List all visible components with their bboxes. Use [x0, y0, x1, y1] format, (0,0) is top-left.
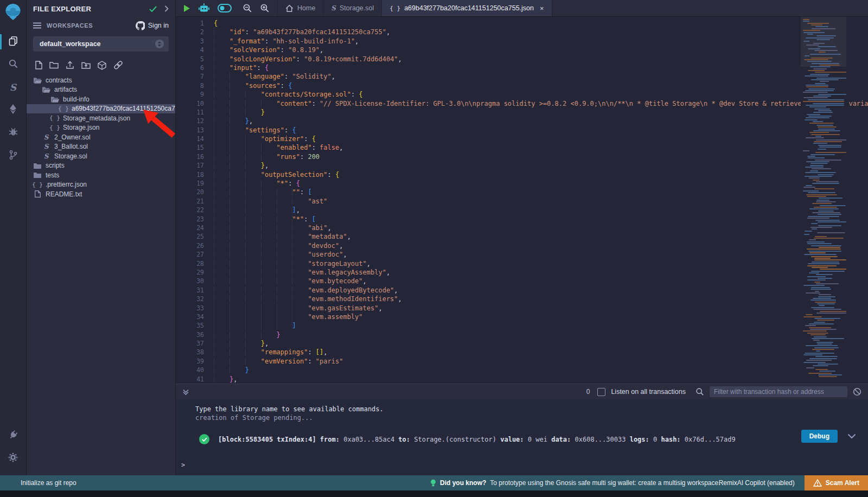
minimap-line: [807, 23, 829, 24]
sidebar-item-search[interactable]: [0, 53, 26, 76]
editor-topbar: HomeSStorage.sol{ }a69b43f277ba20fcac141…: [176, 0, 868, 17]
sidebar-item-debugger[interactable]: [0, 122, 26, 144]
minimap-line: [814, 109, 830, 110]
scam-alert-badge[interactable]: Scam Alert: [805, 475, 868, 490]
link-icon[interactable]: [113, 60, 123, 70]
code-line: 10 "content": "// SPDX-License-Identifie…: [176, 99, 868, 108]
minimap-line: [816, 201, 836, 202]
minimap-line: [805, 231, 812, 232]
terminal[interactable]: Type the library name to see available c…: [176, 399, 868, 475]
line-number: 30: [176, 277, 204, 285]
minimap-line: [807, 241, 825, 243]
sidebar-item-git[interactable]: [0, 144, 26, 167]
code-line: 4 "solcVersion": "0.8.19",: [176, 46, 868, 54]
minimap-line: [818, 126, 837, 128]
file-explorer-toolbar: [27, 54, 175, 74]
tree-item-storage-json[interactable]: { }Storage.json: [27, 123, 175, 133]
zoom-out-icon[interactable]: [242, 3, 252, 13]
ai-copilot-robot-icon[interactable]: [198, 3, 210, 14]
tab-a69b43f277ba20fcac141151250ca755-json[interactable]: { }a69b43f277ba20fcac141151250ca755.json…: [382, 0, 552, 16]
code-editor[interactable]: 1{2 "id": "a69b43f277ba20fcac141151250ca…: [176, 17, 868, 384]
tree-item-artifacts[interactable]: artifacts: [27, 85, 175, 95]
minimap-line: [807, 34, 813, 35]
minimap-line: [818, 110, 832, 111]
tree-item-build-info[interactable]: build-info: [27, 94, 175, 104]
close-icon[interactable]: ×: [540, 4, 544, 12]
tx-count-badge: 0: [586, 388, 590, 396]
tree-item-label: tests: [46, 171, 59, 179]
minimap-line: [817, 303, 835, 304]
remix-logo[interactable]: [3, 3, 23, 23]
sidebar-item-deploy-run[interactable]: [0, 99, 26, 122]
solidity-icon: S: [42, 143, 50, 150]
minimap-line: [807, 279, 826, 281]
listen-checkbox[interactable]: [597, 388, 605, 396]
tree-item-3-ballot-sol[interactable]: S3_Ballot.sol: [27, 142, 175, 152]
tab-storage-sol[interactable]: SStorage.sol: [323, 0, 382, 16]
solidity-compiler-icon: S: [10, 82, 16, 93]
sidebar-item-settings[interactable]: [0, 447, 26, 470]
upload-file-icon[interactable]: [66, 61, 74, 69]
minimap-line: [814, 238, 844, 239]
minimap-line: [812, 183, 839, 184]
tx-expand-caret-icon[interactable]: [847, 433, 856, 441]
minimap-line: [814, 318, 840, 319]
line-number: 37: [176, 339, 204, 348]
tree-item-2-owner-sol[interactable]: S2_Owner.sol: [27, 132, 175, 142]
minimap-line: [811, 79, 839, 80]
line-number: 18: [176, 170, 204, 179]
git-branch-icon: [9, 150, 17, 162]
line-number: 12: [176, 117, 204, 125]
terminal-search-icon[interactable]: [695, 387, 704, 396]
tree-item-a69b43f277ba20fcac141151250ca7-[interactable]: { }a69b43f277ba20fcac141151250ca7...: [27, 104, 175, 114]
copilot-status[interactable]: RemixAI Copilot (enabled): [719, 479, 795, 487]
sign-in-button[interactable]: Sign in: [136, 21, 169, 30]
line-number: 38: [176, 348, 204, 356]
tree-item--prettierrc-json[interactable]: { }.prettierrc.json: [27, 180, 175, 190]
terminal-collapse-icon[interactable]: [182, 388, 189, 396]
minimap-line: [813, 298, 831, 299]
code-line: 30 "evm.bytecode",: [176, 277, 868, 285]
sidebar-item-plugin-manager[interactable]: [0, 424, 26, 447]
copilot-toggle[interactable]: [218, 4, 232, 12]
line-number: 40: [176, 366, 204, 374]
minimap-line: [815, 291, 819, 292]
hamburger-menu-icon[interactable]: [33, 22, 41, 29]
git-init-status[interactable]: Initialize as git repo: [21, 479, 76, 487]
run-script-button[interactable]: [183, 4, 190, 12]
minimap-line: [817, 320, 834, 321]
new-file-icon[interactable]: [35, 61, 42, 69]
file-explorer-panel: FILE EXPLORER WORKSPACES Sign in default…: [27, 0, 176, 475]
minimap-line: [812, 338, 844, 339]
tab-home[interactable]: Home: [277, 0, 323, 16]
sidebar-item-solidity-compiler[interactable]: S: [0, 76, 26, 99]
chevron-right-icon[interactable]: [164, 5, 169, 12]
cube-icon[interactable]: [98, 61, 106, 70]
minimap-line: [806, 194, 837, 195]
tree-item-contracts[interactable]: contracts: [27, 75, 175, 85]
upload-folder-icon[interactable]: [81, 61, 91, 69]
minimap-line: [816, 125, 833, 126]
braces-icon: { }: [50, 125, 59, 131]
tree-item-storage-metadata-json[interactable]: { }Storage_metadata.json: [27, 113, 175, 123]
minimap-line: [807, 265, 837, 266]
minimap-line: [805, 75, 828, 77]
new-folder-icon[interactable]: [49, 61, 59, 69]
block-transactions-icon[interactable]: [853, 387, 861, 396]
minimap-line: [806, 185, 812, 186]
zoom-in-icon[interactable]: [260, 3, 270, 13]
workspace-select[interactable]: default_workspace: [33, 36, 169, 52]
tree-item-readme-txt[interactable]: README.txt: [27, 189, 175, 199]
tree-item-storage-sol[interactable]: SStorage.sol: [27, 151, 175, 161]
minimap[interactable]: [801, 17, 846, 384]
transaction-log-row[interactable]: [block:5583405 txIndex:4] from: 0xa03...…: [199, 434, 868, 444]
terminal-prompt[interactable]: >: [181, 461, 185, 469]
tree-item-scripts[interactable]: scripts: [27, 161, 175, 171]
minimap-line: [818, 214, 841, 215]
minimap-line: [806, 345, 838, 346]
tree-item-tests[interactable]: tests: [27, 170, 175, 180]
sidebar-item-file-explorer[interactable]: [0, 30, 26, 53]
code-line: 26 "devdoc",: [176, 241, 868, 250]
debug-button[interactable]: Debug: [801, 430, 838, 443]
tx-filter-input[interactable]: [710, 386, 847, 397]
